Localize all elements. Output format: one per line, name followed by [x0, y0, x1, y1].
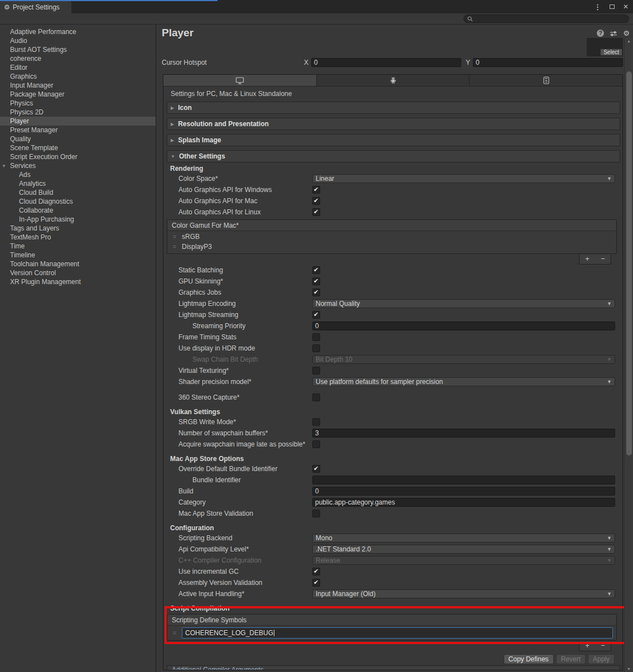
auto-api-mac-checkbox[interactable] — [312, 197, 320, 205]
sidebar-item-toolchain-management[interactable]: ▼Toolchain Management — [0, 260, 156, 268]
srgb-write-checkbox[interactable] — [312, 418, 320, 426]
virtual-texturing-checkbox[interactable] — [312, 367, 320, 375]
sidebar-item-collaborate[interactable]: ▼Collaborate — [0, 206, 156, 215]
sidebar-item-physics[interactable]: ▼Physics — [0, 99, 156, 108]
add-button[interactable]: + — [579, 255, 595, 264]
tab-standalone[interactable] — [163, 75, 317, 86]
sidebar-item-cloud-build[interactable]: ▼Cloud Build — [0, 188, 156, 197]
vertical-scrollbar[interactable]: ▲ ▼ — [624, 38, 633, 672]
foldout-other-settings-section[interactable]: ▼ Other Settings — [167, 150, 620, 162]
sidebar-item-scene-template[interactable]: ▼Scene Template — [0, 143, 156, 152]
sidebar-item-burst-aot-settings[interactable]: ▼Burst AOT Settings — [0, 45, 156, 54]
sidebar-item-input-manager[interactable]: ▼Input Manager — [0, 81, 156, 90]
category-field[interactable]: public.app-category.games — [312, 498, 615, 507]
sidebar-item-adaptive-performance[interactable]: ▼Adaptive Performance — [0, 27, 156, 36]
drag-handle-icon[interactable]: = — [167, 243, 182, 250]
sidebar-item-version-control[interactable]: ▼Version Control — [0, 268, 156, 277]
setting-row-lightmap-encoding: Lightmap Encoding Normal Quality▼ — [163, 298, 622, 309]
sidebar-item-cloud-diagnostics[interactable]: ▼Cloud Diagnostics — [0, 197, 156, 206]
sidebar-item-audio[interactable]: ▼Audio — [0, 36, 156, 45]
override-bundle-checkbox[interactable] — [312, 465, 320, 473]
mac-validation-checkbox[interactable] — [312, 510, 320, 517]
drag-handle-icon[interactable]: = — [167, 630, 182, 636]
remove-button[interactable]: − — [595, 641, 611, 651]
color-gamut-item-srgb[interactable]: =sRGB — [167, 232, 616, 242]
tab-webgl[interactable]: 5 — [470, 75, 622, 86]
graphics-jobs-checkbox[interactable] — [312, 289, 320, 296]
panel-gear-icon[interactable]: ⚙ — [623, 29, 630, 37]
hdr-mode-checkbox[interactable] — [312, 344, 320, 352]
sidebar-item-player[interactable]: ▼Player — [0, 117, 156, 126]
sidebar-item-analytics[interactable]: ▼Analytics — [0, 179, 156, 188]
sidebar-item-timeline[interactable]: ▼Timeline — [0, 251, 156, 260]
sidebar-item-quality[interactable]: ▼Quality — [0, 135, 156, 143]
sidebar-item-label: Script Execution Order — [0, 153, 78, 161]
api-compatibility-dropdown[interactable]: .NET Standard 2.0▼ — [312, 545, 615, 554]
maximize-icon[interactable] — [610, 4, 615, 9]
sidebar-item-textmesh-pro[interactable]: ▼TextMesh Pro — [0, 233, 156, 242]
settings-gear-icon: ⚙ — [4, 3, 10, 11]
static-batching-checkbox[interactable] — [312, 266, 320, 274]
sidebar-item-coherence[interactable]: ▼coherence — [0, 54, 156, 63]
swapchain-buffers-field[interactable]: 3 — [312, 429, 615, 438]
window-tab-project-settings[interactable]: ⚙ Project Settings — [0, 1, 71, 13]
foldout-resolution-section[interactable]: ▶ Resolution and Presentation — [167, 118, 620, 130]
sidebar-item-graphics[interactable]: ▼Graphics — [0, 72, 156, 81]
lightmap-streaming-checkbox[interactable] — [312, 311, 320, 319]
help-icon[interactable]: ? — [597, 30, 604, 37]
search-input[interactable] — [463, 15, 629, 23]
sidebar-item-ads[interactable]: ▼Ads — [0, 170, 156, 179]
frame-timing-checkbox[interactable] — [312, 333, 320, 341]
scroll-down-arrow-icon[interactable]: ▼ — [625, 667, 633, 671]
select-button[interactable]: Select — [600, 49, 622, 56]
acquire-late-checkbox[interactable] — [312, 440, 320, 448]
gpu-skinning-checkbox[interactable] — [312, 277, 320, 285]
copy-defines-button[interactable]: Copy Defines — [504, 654, 554, 664]
cursor-hotspot-x-field[interactable]: 0 — [311, 58, 461, 67]
svg-text:5: 5 — [545, 79, 547, 83]
build-field[interactable]: 0 — [312, 487, 615, 496]
foldout-splash-section[interactable]: ▶ Splash Image — [167, 134, 620, 146]
dropdown-arrow-icon: ▼ — [607, 546, 612, 552]
sidebar-item-time[interactable]: ▼Time — [0, 242, 156, 251]
incremental-gc-checkbox[interactable] — [312, 568, 320, 575]
setting-row-bundle-identifier: Bundle Identifier — [163, 474, 622, 486]
window-menu-icon[interactable]: ⋮ — [594, 3, 601, 11]
sidebar-item-preset-manager[interactable]: ▼Preset Manager — [0, 126, 156, 135]
sidebar-item-xr-plugin-management[interactable]: ▼XR Plugin Management — [0, 277, 156, 286]
presets-icon[interactable] — [610, 30, 617, 37]
sidebar-item-package-manager[interactable]: ▼Package Manager — [0, 90, 156, 99]
sidebar-item-tags-and-layers[interactable]: ▼Tags and Layers — [0, 224, 156, 233]
bundle-identifier-field[interactable] — [312, 476, 615, 484]
cursor-hotspot-label: Cursor Hotspot — [162, 59, 304, 66]
assembly-validation-checkbox[interactable] — [312, 579, 320, 587]
cursor-hotspot-y-field[interactable]: 0 — [473, 58, 623, 67]
streaming-priority-field[interactable]: 0 — [312, 321, 615, 330]
auto-api-windows-checkbox[interactable] — [312, 186, 320, 194]
define-symbol-input[interactable]: COHERENCE_LOG_DEBUG — [182, 627, 613, 639]
lightmap-encoding-dropdown[interactable]: Normal Quality▼ — [312, 299, 615, 308]
sidebar-item-editor[interactable]: ▼Editor — [0, 63, 156, 72]
sidebar-item-script-execution-order[interactable]: ▼Script Execution Order — [0, 152, 156, 161]
close-icon[interactable]: ✕ — [623, 3, 629, 11]
sidebar-item-services[interactable]: ▼Services — [0, 161, 156, 170]
color-space-dropdown[interactable]: Linear▼ — [312, 174, 615, 183]
remove-button[interactable]: − — [595, 255, 611, 264]
active-input-dropdown[interactable]: Input Manager (Old)▼ — [312, 589, 615, 598]
auto-api-linux-checkbox[interactable] — [312, 208, 320, 216]
stereo-capture-checkbox[interactable] — [312, 393, 320, 401]
foldout-arrow-icon[interactable]: ▼ — [2, 164, 6, 169]
cursor-texture-picker[interactable]: Select — [587, 38, 623, 56]
shader-precision-dropdown[interactable]: Use platform defaults for sampler precis… — [312, 377, 615, 386]
foldout-icon-section[interactable]: ▶ Icon — [167, 102, 620, 114]
scroll-up-arrow-icon[interactable]: ▲ — [625, 39, 633, 43]
scrollbar-thumb[interactable] — [626, 71, 632, 455]
drag-handle-icon[interactable]: = — [167, 233, 182, 240]
add-button[interactable]: + — [579, 641, 595, 651]
setting-row-lightmap-streaming: Lightmap Streaming — [163, 309, 622, 320]
tab-android[interactable] — [317, 75, 470, 86]
sidebar-item-physics-2d[interactable]: ▼Physics 2D — [0, 108, 156, 117]
sidebar-item-in-app-purchasing[interactable]: ▼In-App Purchasing — [0, 215, 156, 224]
color-gamut-item-displayp3[interactable]: =DisplayP3 — [167, 242, 616, 252]
scripting-backend-dropdown[interactable]: Mono▼ — [312, 534, 615, 543]
